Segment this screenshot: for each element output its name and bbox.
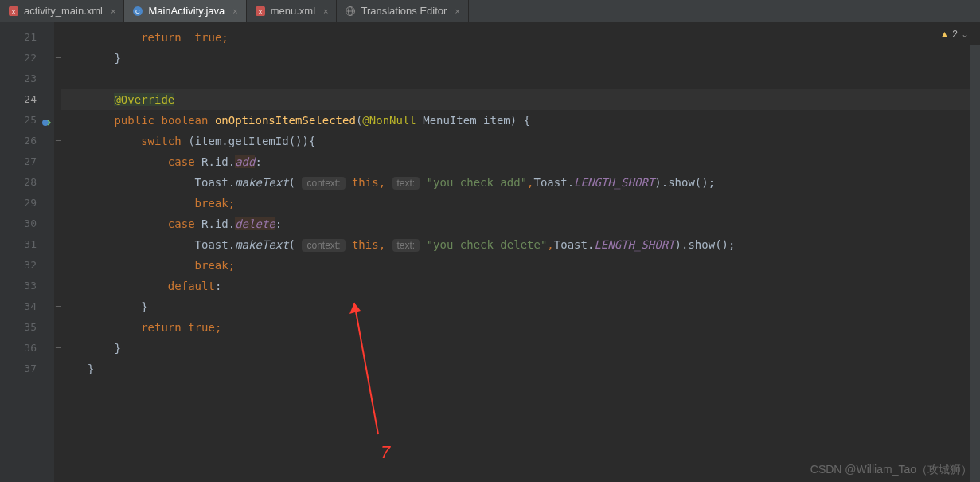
editor-area: 21 22─ 23 24 25 ─ 26─ 27 28 29 30 31 32 … [0, 22, 980, 482]
code-line [61, 69, 980, 89]
line-number: 35 [0, 317, 54, 338]
line-number: 28 [0, 172, 54, 193]
code-line: } [61, 359, 980, 379]
code-line: @Override [61, 89, 980, 110]
parameter-hint: text: [392, 239, 420, 252]
code-line: case R.id.delete: [61, 214, 980, 234]
line-number: 27 [0, 151, 54, 172]
globe-icon [345, 6, 356, 17]
editor-tabs: x activity_main.xml × C MainActivity.jav… [0, 0, 980, 22]
parameter-hint: text: [392, 177, 420, 190]
line-number: 22─ [0, 48, 54, 69]
code-line: } [61, 48, 980, 69]
svg-text:C: C [136, 8, 141, 15]
tab-menu-xml[interactable]: x menu.xml × [247, 0, 338, 22]
warning-count: 2 [952, 29, 958, 40]
line-number: 36─ [0, 338, 54, 359]
tab-main-activity[interactable]: C MainActivity.java × [124, 0, 246, 22]
code-line: return true; [61, 27, 980, 48]
tab-label: menu.xml [271, 5, 315, 17]
xml-file-icon: x [8, 6, 19, 17]
code-line: switch (item.getItemId()){ [61, 131, 980, 151]
java-class-icon: C [132, 6, 143, 17]
warning-icon: ▲ [939, 29, 949, 40]
close-icon[interactable]: × [111, 6, 115, 16]
code-line: } [61, 338, 980, 359]
tab-label: activity_main.xml [24, 5, 103, 17]
close-icon[interactable]: × [232, 6, 237, 16]
code-line: break; [61, 255, 980, 276]
tab-label: MainActivity.java [148, 5, 225, 17]
close-icon[interactable]: × [455, 6, 459, 16]
parameter-hint: context: [302, 239, 345, 252]
tab-translations[interactable]: Translations Editor × [337, 0, 468, 22]
code-line: public boolean onOptionsItemSelected(@No… [61, 110, 980, 131]
chevron-down-icon: ⌄ [961, 29, 969, 40]
watermark: CSDN @William_Tao（攻城狮） [810, 463, 972, 477]
code-line: default: [61, 276, 980, 296]
line-number: 33 [0, 276, 54, 296]
xml-file-icon: x [255, 6, 266, 17]
svg-text:x: x [12, 8, 15, 15]
override-marker-icon[interactable] [41, 115, 53, 126]
line-number: 32 [0, 255, 54, 276]
line-number: 24 [0, 89, 54, 110]
vertical-scrollbar[interactable] [970, 45, 980, 482]
line-number: 25 ─ [0, 110, 54, 131]
line-gutter[interactable]: 21 22─ 23 24 25 ─ 26─ 27 28 29 30 31 32 … [0, 22, 54, 482]
line-number: 21 [0, 27, 54, 48]
line-number: 23 [0, 69, 54, 89]
line-number: 31 [0, 234, 54, 255]
code-line: return true; [61, 317, 980, 338]
line-number: 37 [0, 359, 54, 379]
parameter-hint: context: [302, 177, 345, 190]
code-line: Toast.makeText( context: this, text: "yo… [61, 172, 980, 193]
code-line: break; [61, 193, 980, 214]
line-number: 29 [0, 193, 54, 214]
line-number: 26─ [0, 131, 54, 151]
code-editor[interactable]: return true; } @Override public boolean … [54, 22, 980, 482]
annotation-label: 7 [381, 442, 390, 463]
line-number: 30 [0, 214, 54, 234]
close-icon[interactable]: × [323, 6, 328, 16]
code-line: Toast.makeText( context: this, text: "yo… [61, 234, 980, 255]
svg-text:x: x [259, 8, 262, 15]
code-line: case R.id.add: [61, 151, 980, 172]
tab-label: Translations Editor [361, 5, 447, 17]
problems-indicator[interactable]: ▲ 2 ⌄ [939, 29, 969, 40]
tab-activity-main[interactable]: x activity_main.xml × [0, 0, 124, 22]
line-number: 34─ [0, 296, 54, 317]
code-line: } [61, 296, 980, 317]
svg-point-9 [42, 120, 49, 126]
